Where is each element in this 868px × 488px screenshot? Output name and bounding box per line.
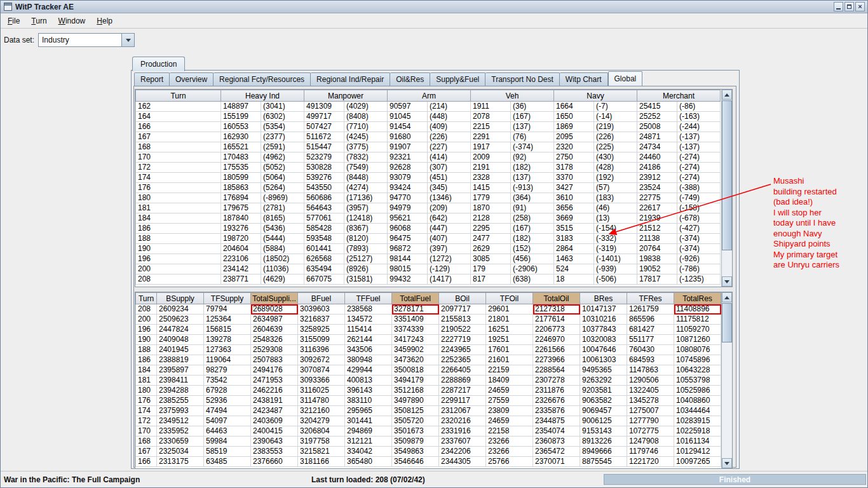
table-cell[interactable]: (6302)	[261, 112, 304, 122]
table-cell[interactable]: 196	[136, 254, 221, 264]
table-cell[interactable]: 10344464	[674, 406, 721, 416]
table-cell[interactable]: 96068	[388, 224, 428, 234]
table-cell[interactable]: 58519	[204, 447, 251, 457]
table-cell[interactable]: 543550	[304, 183, 344, 193]
table-cell[interactable]: 1779	[471, 193, 511, 203]
table-cell[interactable]: 10161134	[674, 437, 721, 447]
table-cell[interactable]: 92628	[388, 163, 428, 173]
table-cell[interactable]: 2307278	[533, 376, 580, 386]
table-cell[interactable]: (-332)	[594, 234, 637, 244]
table-cell[interactable]: (-7)	[594, 102, 637, 112]
table-row[interactable]: 2002509623125364263498732168371345723351…	[136, 315, 721, 325]
table-cell[interactable]: 10320083	[580, 335, 627, 345]
table-cell[interactable]: 8913226	[580, 437, 627, 447]
table-cell[interactable]: 2629	[471, 244, 511, 254]
table-cell[interactable]: 3085	[471, 254, 511, 264]
table-cell[interactable]: 127363	[204, 345, 251, 355]
table-cell[interactable]: (-244)	[677, 122, 721, 132]
table-cell[interactable]: (-129)	[428, 264, 471, 274]
table-row[interactable]: 184187840(8165)577061(12418)95621(642)21…	[136, 214, 721, 224]
table-cell[interactable]: 10283915	[674, 416, 721, 426]
table-cell[interactable]: (-939)	[594, 264, 637, 274]
table-cell[interactable]: 98279	[204, 365, 251, 376]
table-cell[interactable]: 2447824	[157, 325, 204, 335]
table-cell[interactable]: 184	[136, 214, 221, 224]
table-cell[interactable]: 10097265	[674, 457, 721, 467]
table-cell[interactable]: 23809	[486, 406, 533, 416]
table-cell[interactable]: 47494	[204, 406, 251, 416]
table-cell[interactable]: 2376660	[251, 457, 298, 467]
table-cell[interactable]: 523279	[304, 152, 344, 163]
table-cell[interactable]: 8949666	[580, 447, 627, 457]
table-cell[interactable]: 196	[136, 325, 157, 335]
table-cell[interactable]: 90597	[388, 102, 428, 112]
table-cell[interactable]: 10047646	[580, 345, 627, 355]
table-cell[interactable]: 18409	[486, 376, 533, 386]
column-header[interactable]: Heavy Ind	[221, 90, 304, 102]
table-cell[interactable]: 760430	[627, 345, 674, 355]
table-cell[interactable]: 2215	[471, 122, 511, 132]
table-row[interactable]: 170170483(4962)523279(7832)92321(414)200…	[136, 152, 721, 163]
table-cell[interactable]: (-137)	[677, 142, 721, 152]
table-cell[interactable]: 1277790	[627, 416, 674, 426]
table-cell[interactable]: 24186	[637, 163, 677, 173]
table-cell[interactable]: 2477	[471, 234, 511, 244]
table-cell[interactable]: (227)	[428, 142, 471, 152]
table-cell[interactable]: 170	[136, 152, 221, 163]
tab-regional-fcty-resources[interactable]: Regional Fcty/Resources	[214, 72, 311, 86]
table-cell[interactable]: 29601	[486, 304, 533, 315]
table-cell[interactable]: 24460	[637, 152, 677, 163]
table-cell[interactable]: (5064)	[261, 173, 304, 183]
table-cell[interactable]: 2344305	[439, 457, 486, 467]
table-cell[interactable]: 179675	[221, 203, 261, 214]
table-cell[interactable]: 312121	[345, 437, 392, 447]
table-cell[interactable]: 94979	[388, 203, 428, 214]
table-cell[interactable]: 2423487	[251, 406, 298, 416]
table-cell[interactable]: (-926)	[677, 254, 721, 264]
table-cell[interactable]: 184	[136, 365, 157, 376]
table-cell[interactable]: 186	[136, 355, 157, 365]
table-cell[interactable]: 2177614	[533, 315, 580, 325]
table-cell[interactable]: (-274)	[677, 173, 721, 183]
table-cell[interactable]: 396143	[345, 386, 392, 396]
table-cell[interactable]: 2365472	[533, 447, 580, 457]
table-cell[interactable]: (307)	[428, 163, 471, 173]
table-cell[interactable]: (8926)	[344, 264, 388, 274]
table-cell[interactable]: 1345278	[627, 396, 674, 406]
table-cell[interactable]: (1417)	[428, 274, 471, 285]
table-cell[interactable]: 91454	[388, 122, 428, 132]
table-cell[interactable]: 180599	[221, 173, 261, 183]
table-cell[interactable]: 10129412	[674, 447, 721, 457]
table-cell[interactable]: (8120)	[344, 234, 388, 244]
table-cell[interactable]: 2288564	[533, 365, 580, 376]
table-cell[interactable]: 139278	[204, 335, 251, 345]
table-row[interactable]: 1812398411735422471953309336640081334941…	[136, 376, 721, 386]
table-cell[interactable]: (5354)	[261, 122, 304, 132]
table-cell[interactable]: (3041)	[261, 102, 304, 112]
column-header[interactable]: TFFuel	[345, 293, 392, 304]
table-cell[interactable]: 3039603	[298, 304, 345, 315]
table-cell[interactable]: (1346)	[428, 193, 471, 203]
table-cell[interactable]: 400813	[345, 376, 392, 386]
table-cell[interactable]: 2634987	[251, 315, 298, 325]
table-cell[interactable]: 185863	[221, 183, 261, 193]
table-cell[interactable]: (448)	[428, 112, 471, 122]
table-cell[interactable]: (-388)	[677, 183, 721, 193]
table-cell[interactable]: 3656	[554, 203, 594, 214]
table-cell[interactable]: 10377843	[580, 325, 627, 335]
table-cell[interactable]: 160553	[221, 122, 261, 132]
table-cell[interactable]: 23912	[637, 173, 677, 183]
table-cell[interactable]: 9153143	[580, 426, 627, 437]
table-cell[interactable]: 3206804	[298, 426, 345, 437]
table-cell[interactable]: 18	[554, 274, 594, 285]
table-cell[interactable]: (5052)	[261, 163, 304, 173]
table-cell[interactable]: 96872	[388, 244, 428, 254]
table-cell[interactable]: 2383553	[251, 447, 298, 457]
table-cell[interactable]: 262144	[345, 335, 392, 345]
table-cell[interactable]: 2095	[554, 132, 594, 142]
menu-turn[interactable]: Turn	[25, 15, 52, 27]
table-cell[interactable]: (407)	[428, 234, 471, 244]
table-cell[interactable]: 174	[136, 173, 221, 183]
table-cell[interactable]: 3155099	[298, 335, 345, 345]
table-cell[interactable]: 93424	[388, 183, 428, 193]
